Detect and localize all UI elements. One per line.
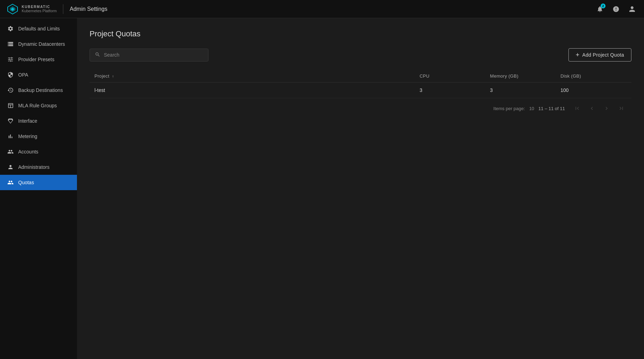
sidebar-label-defaults: Defaults and Limits [18, 26, 60, 31]
pagination-last-button[interactable] [616, 104, 627, 113]
sidebar-label-administrators: Administrators [18, 164, 49, 170]
search-icon [95, 52, 100, 58]
alerts-button[interactable] [611, 4, 621, 14]
first-page-icon [574, 105, 580, 112]
people-icon [7, 148, 14, 155]
person-icon [7, 164, 14, 171]
logo-brand: KUBERMATIC [22, 5, 57, 9]
sidebar-item-administrators[interactable]: Administrators [0, 159, 77, 175]
sidebar-label-metering: Metering [18, 134, 37, 139]
logo-text: KUBERMATIC Kubernetes Platform [22, 5, 57, 13]
prev-page-icon [589, 105, 595, 112]
sidebar-label-accounts: Accounts [18, 149, 38, 155]
items-per-page-value: 10 [529, 106, 534, 111]
table-icon [7, 102, 14, 109]
kubermatic-logo-icon [7, 3, 18, 15]
header-divider [63, 4, 63, 14]
project-quotas-table: Project ↑ CPU Memory (GB) Disk (GB) [90, 70, 631, 98]
diamond-icon [7, 117, 14, 124]
top-header: KUBERMATIC Kubernetes Platform Admin Set… [0, 0, 644, 18]
col-header-project[interactable]: Project ↑ [90, 70, 415, 82]
sidebar-item-interface[interactable]: Interface [0, 113, 77, 129]
search-box [90, 49, 208, 62]
pagination-prev-button[interactable] [587, 104, 597, 113]
sidebar-label-backup: Backup Destinations [18, 87, 63, 93]
sidebar-label-presets: Provider Presets [18, 57, 54, 62]
col-header-memory: Memory (GB) [485, 70, 555, 82]
sidebar-item-mla-rule-groups[interactable]: MLA Rule Groups [0, 98, 77, 113]
plus-icon: + [576, 52, 580, 58]
sidebar-item-provider-presets[interactable]: Provider Presets [0, 52, 77, 67]
logo-subtext: Kubernetes Platform [22, 9, 57, 13]
sidebar-label-mla: MLA Rule Groups [18, 103, 57, 108]
alert-icon [613, 6, 620, 13]
sidebar-label-quotas: Quotas [18, 180, 34, 185]
notification-badge: 2 [601, 3, 606, 8]
cell-project: l-test [90, 82, 415, 98]
add-project-quota-button[interactable]: + Add Project Quota [568, 48, 631, 62]
storage-icon [7, 41, 14, 48]
app-body: Defaults and Limits Dynamic Datacenters … [0, 18, 644, 359]
history-icon [7, 87, 14, 94]
add-btn-label: Add Project Quota [582, 52, 624, 58]
sidebar-item-accounts[interactable]: Accounts [0, 144, 77, 159]
main-content: Project Quotas + Add Project Quota Proje… [77, 18, 644, 359]
cell-disk: 100 [555, 82, 631, 98]
user-avatar-icon [629, 6, 636, 13]
pagination-range: 11 – 11 of 11 [538, 106, 565, 111]
toolbar: + Add Project Quota [90, 48, 631, 62]
cell-cpu: 3 [415, 82, 485, 98]
sort-icon-project: ↑ [112, 74, 114, 78]
bar-chart-icon [7, 133, 14, 140]
header-icons: 2 [595, 4, 637, 14]
tune-icon [7, 56, 14, 63]
items-per-page-label: Items per page: [493, 106, 525, 111]
pagination-area: Items per page: 10 11 – 11 of 11 [90, 98, 631, 116]
search-input[interactable] [104, 52, 203, 58]
notifications-button[interactable]: 2 [595, 4, 605, 14]
sidebar-item-dynamic-datacenters[interactable]: Dynamic Datacenters [0, 36, 77, 52]
sidebar-item-defaults-and-limits[interactable]: Defaults and Limits [0, 21, 77, 36]
page-title: Project Quotas [90, 29, 631, 38]
logo-area: KUBERMATIC Kubernetes Platform [7, 3, 57, 15]
sidebar-label-dynamic: Dynamic Datacenters [18, 41, 65, 47]
sidebar-label-interface: Interface [18, 118, 37, 124]
user-profile-button[interactable] [627, 4, 637, 14]
sidebar-item-quotas[interactable]: Quotas [0, 175, 77, 190]
sidebar-item-metering[interactable]: Metering [0, 129, 77, 144]
col-header-disk: Disk (GB) [555, 70, 631, 82]
col-header-cpu: CPU [415, 70, 485, 82]
quota-icon [7, 179, 14, 186]
shield-icon [7, 71, 14, 78]
sidebar-label-opa: OPA [18, 72, 28, 78]
header-title: Admin Settings [70, 6, 107, 12]
sidebar-item-backup-destinations[interactable]: Backup Destinations [0, 82, 77, 98]
sidebar-item-opa[interactable]: OPA [0, 67, 77, 82]
settings-icon [7, 25, 14, 32]
last-page-icon [618, 105, 624, 112]
next-page-icon [603, 105, 610, 112]
sidebar: Defaults and Limits Dynamic Datacenters … [0, 18, 77, 359]
table-row: l-test 3 3 100 [90, 82, 631, 98]
pagination-next-button[interactable] [601, 104, 612, 113]
pagination-first-button[interactable] [572, 104, 582, 113]
cell-memory: 3 [485, 82, 555, 98]
